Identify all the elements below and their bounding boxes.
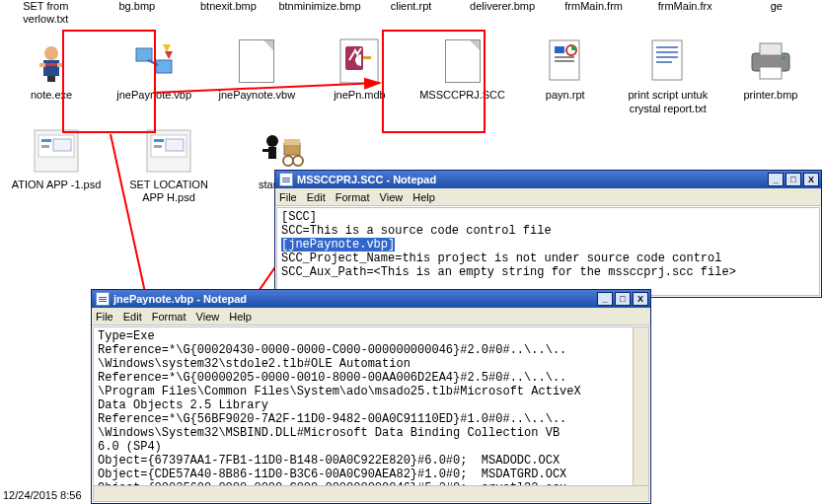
- file-label: ATION APP -1.psd: [12, 179, 102, 191]
- file-row: SET from verlow.txt bg.bmp btnexit.bmp b…: [0, 0, 822, 34]
- file-label: note.exe: [31, 89, 72, 102]
- svg-point-44: [283, 156, 293, 166]
- svg-rect-24: [656, 61, 672, 63]
- file-item[interactable]: ge: [731, 0, 823, 34]
- file-item-payn-rpt[interactable]: payn.rpt: [514, 34, 617, 122]
- notepad-text-area[interactable]: [SCC] SCC=This is a source code control …: [276, 207, 820, 296]
- menubar: File Edit Format View Help: [92, 308, 650, 325]
- menu-help[interactable]: Help: [229, 311, 252, 323]
- file-item[interactable]: btnexit.bmp: [183, 0, 274, 34]
- file-label: ge: [771, 0, 783, 13]
- menu-view[interactable]: View: [380, 191, 404, 203]
- close-button[interactable]: X: [633, 292, 648, 306]
- svg-rect-8: [156, 60, 172, 73]
- statusbar-timestamp: 12/24/2015 8:56: [3, 489, 82, 501]
- notepad-window-mssccprj[interactable]: MSSCCPRJ.SCC - Notepad _ □ X File Edit F…: [274, 170, 822, 298]
- svg-rect-22: [656, 51, 678, 53]
- minimize-button[interactable]: _: [768, 173, 784, 186]
- notepad-icon: [279, 173, 293, 186]
- titlebar[interactable]: jnePaynote.vbp - Notepad _ □ X: [92, 290, 650, 308]
- text-line: SCC_Aux_Path=<This is an empty string fo…: [281, 265, 736, 279]
- file-item-jnepaynote-vbp[interactable]: jnePaynote.vbp: [103, 34, 205, 122]
- menu-file[interactable]: File: [279, 191, 297, 203]
- file-label: payn.rpt: [546, 89, 585, 102]
- selected-text: [jnePaynote.vbp]: [281, 238, 395, 252]
- titlebar[interactable]: MSSCCPRJ.SCC - Notepad _ □ X: [275, 171, 821, 188]
- file-label: frmMain.frm: [564, 0, 623, 13]
- svg-point-39: [266, 135, 278, 147]
- vertical-scrollbar[interactable]: [633, 327, 648, 501]
- window-buttons: _ □ X: [768, 173, 819, 186]
- svg-rect-38: [166, 139, 184, 151]
- file-item[interactable]: SET from verlow.txt: [0, 0, 92, 34]
- svg-rect-43: [284, 139, 300, 145]
- printer-icon: [747, 37, 794, 85]
- horizontal-scrollbar[interactable]: [94, 485, 648, 501]
- svg-rect-17: [555, 56, 574, 58]
- file-label: bg.bmp: [118, 0, 155, 13]
- maximize-button[interactable]: □: [615, 292, 631, 306]
- close-button[interactable]: X: [803, 173, 819, 186]
- file-item-jnepaynote-vbw[interactable]: jnePaynote.vbw: [205, 34, 308, 122]
- file-item-psd[interactable]: ATION APP -1.psd: [0, 123, 112, 212]
- file-item[interactable]: frmMain.frm: [548, 0, 639, 34]
- file-label: btnminimize.bmp: [278, 0, 360, 13]
- menu-edit[interactable]: Edit: [123, 311, 142, 323]
- notepad-text-area[interactable]: Type=Exe Reference=*\G{00020430-0000-000…: [93, 326, 649, 502]
- window-buttons: _ □ X: [597, 292, 648, 306]
- file-label: SET LOCATION APP H.psd: [117, 179, 220, 204]
- file-item-print-script-txt[interactable]: print script untuk crystal report.txt: [617, 34, 719, 122]
- svg-rect-21: [656, 46, 678, 48]
- file-item[interactable]: frmMain.frx: [639, 0, 731, 34]
- file-label: client.rpt: [391, 0, 432, 13]
- file-row: note.exe jnePaynote.vbp jnePaynote.vbw: [0, 34, 822, 122]
- file-label: deliverer.bmp: [470, 0, 535, 13]
- menu-format[interactable]: Format: [336, 191, 370, 203]
- file-item-mssccprj-scc[interactable]: MSSCCPRJ.SCC: [411, 34, 514, 122]
- file-item-psd[interactable]: SET LOCATION APP H.psd: [112, 123, 225, 212]
- svg-rect-40: [268, 147, 276, 159]
- menu-view[interactable]: View: [196, 311, 220, 323]
- file-label: frmMain.frx: [658, 0, 712, 13]
- file-item-jnepn-mdb[interactable]: jnePn.mdb: [308, 34, 411, 122]
- file-label: printer.bmp: [743, 89, 797, 102]
- svg-rect-41: [262, 149, 268, 152]
- file-label: MSSCCPRJ.SCC: [419, 89, 505, 102]
- window-title: MSSCCPRJ.SCC - Notepad: [297, 174, 768, 185]
- text-line: SCC_Project_Name=this project is not und…: [281, 252, 721, 265]
- menu-edit[interactable]: Edit: [307, 191, 326, 203]
- file-item[interactable]: bg.bmp: [92, 0, 184, 34]
- menubar: File Edit Format View Help: [275, 188, 821, 206]
- svg-rect-18: [555, 60, 574, 62]
- svg-rect-2: [39, 63, 45, 67]
- maximize-button[interactable]: □: [785, 173, 801, 186]
- notepad-window-jnepaynote[interactable]: jnePaynote.vbp - Notepad _ □ X File Edit…: [91, 289, 651, 504]
- file-label: jnePn.mdb: [334, 89, 386, 102]
- file-item[interactable]: btnminimize.bmp: [274, 0, 366, 34]
- svg-marker-10: [163, 44, 171, 52]
- svg-rect-6: [45, 63, 57, 66]
- window-title: jnePaynote.vbp - Notepad: [113, 293, 597, 305]
- svg-rect-7: [136, 48, 152, 61]
- file-item-printer-bmp[interactable]: printer.bmp: [719, 34, 822, 122]
- notepad-icon: [96, 292, 110, 306]
- file-item[interactable]: client.rpt: [365, 0, 457, 34]
- svg-point-0: [44, 46, 58, 60]
- exe-icon: [28, 37, 75, 85]
- file-item-note-exe[interactable]: note.exe: [0, 34, 103, 122]
- file-item[interactable]: deliverer.bmp: [457, 0, 549, 34]
- svg-rect-33: [53, 139, 71, 151]
- bmp-thumbnail-icon: [258, 127, 305, 175]
- file-label: SET from verlow.txt: [2, 0, 90, 26]
- svg-point-28: [782, 56, 785, 60]
- minimize-button[interactable]: _: [597, 292, 613, 306]
- svg-rect-5: [51, 76, 55, 82]
- menu-help[interactable]: Help: [412, 191, 435, 203]
- menu-file[interactable]: File: [96, 311, 113, 323]
- text-line: [SCC]: [281, 210, 317, 224]
- svg-rect-1: [43, 60, 59, 76]
- vbp-icon: [130, 37, 178, 85]
- svg-rect-26: [760, 43, 782, 55]
- menu-format[interactable]: Format: [152, 311, 187, 323]
- file-label: print script untuk crystal report.txt: [619, 89, 717, 114]
